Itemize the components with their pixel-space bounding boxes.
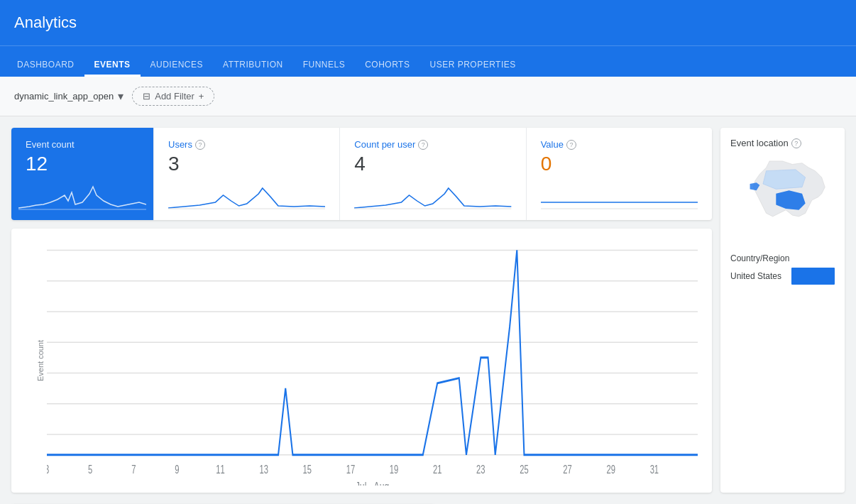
count-per-user-help-icon[interactable]: ?: [418, 140, 428, 150]
users-label: Users ?: [168, 139, 325, 150]
users-mini-chart: [168, 181, 325, 212]
svg-text:27: 27: [563, 464, 571, 476]
add-filter-button[interactable]: ⊟ Add Filter +: [132, 87, 214, 106]
nav-item-user-properties[interactable]: USER PROPERTIES: [419, 46, 525, 77]
value-block: Value ? 0: [526, 128, 712, 220]
nav-item-events[interactable]: EVENTS: [84, 46, 141, 77]
svg-text:29: 29: [607, 464, 615, 476]
event-location-title: Event location ?: [730, 138, 835, 148]
svg-text:5: 5: [88, 464, 93, 476]
svg-text:19: 19: [390, 464, 398, 476]
country-bar-row: United States: [730, 268, 835, 285]
svg-text:17: 17: [346, 464, 355, 476]
svg-text:11: 11: [216, 464, 224, 476]
nav-bar: DASHBOARD EVENTS AUDIENCES ATTRIBUTION F…: [0, 45, 856, 77]
count-per-user-block: Count per user ? 4: [339, 128, 525, 220]
svg-text:31: 31: [650, 464, 659, 476]
add-filter-plus-icon: +: [199, 91, 204, 102]
nav-item-cohorts[interactable]: COHORTS: [355, 46, 419, 77]
country-name: United States: [730, 271, 787, 281]
selected-event-label: dynamic_link_app_open: [14, 91, 114, 102]
svg-text:25: 25: [520, 464, 529, 476]
country-bar: [791, 268, 835, 285]
svg-text:15: 15: [303, 464, 312, 476]
main-chart-svg: 8 6 4 2 0 3 5 7 9 11 13 15 17 19: [47, 240, 698, 486]
event-location-card: Event location ? Country/Region Unite: [720, 128, 845, 493]
right-panel: Event location ? Country/Region Unite: [720, 128, 845, 493]
nav-item-dashboard[interactable]: DASHBOARD: [7, 46, 84, 77]
add-filter-label: Add Filter: [155, 91, 194, 102]
svg-text:21: 21: [433, 464, 441, 476]
nav-item-funnels[interactable]: FUNNELS: [293, 46, 356, 77]
nav-item-audiences[interactable]: AUDIENCES: [141, 46, 214, 77]
value-mini-chart: [541, 181, 698, 212]
main-chart-card: Event count 8 6 4 2 0: [11, 229, 712, 493]
filter-bar: dynamic_link_app_open ▾ ⊟ Add Filter +: [0, 77, 856, 116]
users-help-icon[interactable]: ?: [195, 140, 205, 150]
country-region-label: Country/Region: [730, 253, 835, 263]
event-selector[interactable]: dynamic_link_app_open ▾: [14, 89, 124, 103]
value-label: Value ?: [541, 139, 698, 150]
dropdown-arrow-icon: ▾: [118, 89, 124, 103]
event-count-mini-chart: [18, 180, 146, 212]
svg-text:7: 7: [131, 464, 136, 476]
users-block: Users ? 3: [153, 128, 339, 220]
svg-text:23: 23: [476, 464, 485, 476]
count-per-user-value: 4: [354, 153, 511, 175]
stats-card: Event count 12 Users ? 3: [11, 128, 712, 220]
chart-y-axis-label: Event count: [36, 340, 45, 381]
map-area: [730, 154, 835, 246]
users-value: 3: [168, 153, 325, 175]
filter-icon: ⊟: [143, 91, 150, 102]
svg-text:Jul - Aug: Jul - Aug: [356, 479, 390, 486]
left-panel: Event count 12 Users ? 3: [11, 128, 712, 493]
value-value: 0: [541, 153, 698, 175]
event-location-help-icon[interactable]: ?: [791, 138, 801, 148]
nav-item-attribution[interactable]: ATTRIBUTION: [213, 46, 293, 77]
svg-text:13: 13: [259, 464, 268, 476]
svg-text:3: 3: [47, 464, 49, 476]
event-count-value: 12: [26, 153, 139, 175]
value-help-icon[interactable]: ?: [566, 140, 576, 150]
event-count-label: Event count: [26, 139, 139, 150]
main-content: Event count 12 Users ? 3: [0, 116, 856, 504]
svg-text:9: 9: [175, 464, 179, 476]
top-bar: Analytics: [0, 0, 856, 45]
count-per-user-label: Count per user ?: [354, 139, 511, 150]
event-count-block: Event count 12: [11, 128, 153, 220]
app-title: Analytics: [14, 13, 77, 32]
count-per-user-mini-chart: [354, 181, 511, 212]
